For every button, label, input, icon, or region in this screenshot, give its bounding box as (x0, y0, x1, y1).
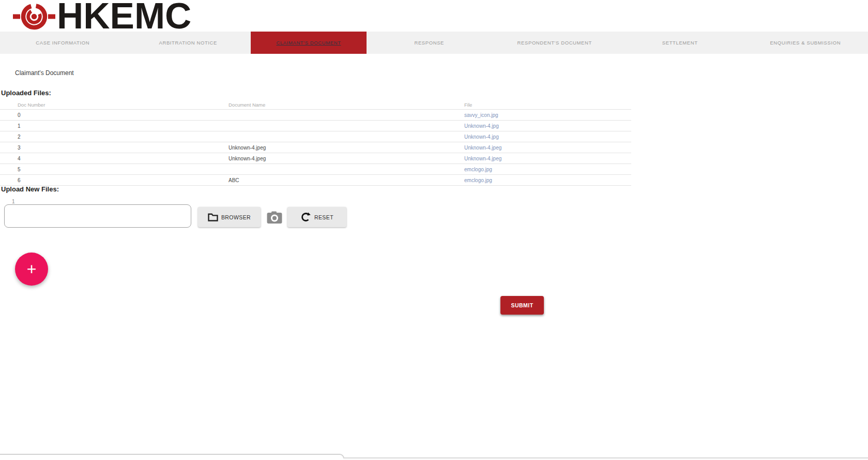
file-link[interactable]: emclogo.jpg (464, 177, 492, 183)
nav-tab[interactable]: CLAIMANT'S DOCUMENT (251, 32, 367, 54)
table-row: 3 Unknown-4.jpeg Unknown-4.jpeg (0, 142, 631, 153)
file-link[interactable]: Unknown-4.jpg (464, 134, 499, 140)
table-body: 0 savvy_icon.jpg 1 Unknown-4.jpg 2 Unkno… (0, 110, 631, 186)
cell-doc-number: 6 (0, 177, 229, 183)
cell-doc-number: 2 (0, 134, 229, 140)
reset-button-label: RESET (314, 214, 333, 220)
cell-doc-number: 5 (0, 167, 229, 172)
add-file-fab[interactable]: + (15, 253, 48, 286)
file-link[interactable]: Unknown-4.jpeg (464, 156, 501, 161)
cell-document-name: Unknown-4.jpeg (229, 156, 464, 161)
upload-new-files-heading: Upload New Files: (1, 185, 59, 193)
file-link[interactable]: Unknown-4.jpeg (464, 145, 501, 151)
uploaded-files-table: Doc Number Document Name File 0 savvy_ic… (0, 100, 631, 186)
file-link[interactable]: Unknown-4.jpg (464, 123, 499, 129)
cell-document-name: Unknown-4.jpeg (229, 145, 464, 151)
nav-tab-label: ENQUIRIES & SUBMISSION (770, 40, 841, 46)
file-link[interactable]: emclogo.jpg (464, 167, 492, 172)
nav-tab-label: RESPONDENT'S DOCUMENT (517, 40, 592, 46)
nav-tab-label: ARBITRATION NOTICE (159, 40, 218, 46)
cell-doc-number: 0 (0, 112, 229, 118)
camera-icon (267, 211, 282, 224)
table-header-row: Doc Number Document Name File (0, 100, 631, 110)
cell-doc-number: 3 (0, 145, 229, 151)
nav-tab-label: RESPONSE (414, 40, 444, 46)
bottom-divider (343, 457, 868, 460)
app-window: HKEMC CASE INFORMATION ARBITRATION NOTIC… (0, 0, 868, 460)
col-header-document-name: Document Name (229, 102, 464, 108)
table-row: 0 savvy_icon.jpg (0, 110, 631, 121)
nav-tab[interactable]: ARBITRATION NOTICE (126, 32, 251, 54)
nav-tab[interactable]: SETTLEMENT (617, 32, 743, 54)
browser-button-label: BROWSER (221, 214, 251, 220)
nav-tab[interactable]: RESPONSE (367, 32, 492, 54)
brand-logo: HKEMC (13, 1, 191, 31)
nav-tab[interactable]: ENQUIRIES & SUBMISSION (743, 32, 868, 54)
nav-tab-label: SETTLEMENT (662, 40, 698, 46)
bottom-panel-edge (0, 454, 344, 460)
table-row: 2 Unknown-4.jpg (0, 131, 631, 142)
reset-button[interactable]: RESET (287, 207, 346, 227)
upload-file-input[interactable] (4, 204, 191, 228)
nav-tab-label: CLAIMANT'S DOCUMENT (276, 40, 341, 46)
col-header-doc-number: Doc Number (0, 102, 229, 108)
cell-doc-number: 4 (0, 156, 229, 161)
hkemc-target-icon (13, 1, 55, 31)
main-nav: CASE INFORMATION ARBITRATION NOTICE CLAI… (0, 32, 868, 54)
table-row: 4 Unknown-4.jpeg Unknown-4.jpeg (0, 153, 631, 164)
submit-button[interactable]: SUBMIT (500, 296, 544, 315)
camera-button[interactable] (266, 211, 283, 224)
nav-tab[interactable]: CASE INFORMATION (0, 32, 126, 54)
uploaded-files-heading: Uploaded Files: (1, 89, 51, 97)
folder-icon (208, 213, 218, 221)
table-row: 1 Unknown-4.jpg (0, 121, 631, 131)
cell-document-name: ABC (229, 177, 464, 183)
table-row: 5 emclogo.jpg (0, 164, 631, 175)
brand-name: HKEMC (57, 1, 191, 31)
nav-tab-label: CASE INFORMATION (36, 40, 89, 46)
refresh-icon (300, 212, 311, 222)
file-link[interactable]: savvy_icon.jpg (464, 112, 498, 118)
cell-doc-number: 1 (0, 123, 229, 129)
browser-button[interactable]: BROWSER (198, 207, 261, 227)
col-header-file: File (464, 102, 631, 108)
page-title: Claimant's Document (15, 69, 74, 77)
table-row: 6 ABC emclogo.jpg (0, 175, 631, 186)
upload-field-label: 1 (10, 199, 17, 204)
nav-tab[interactable]: RESPONDENT'S DOCUMENT (492, 32, 618, 54)
